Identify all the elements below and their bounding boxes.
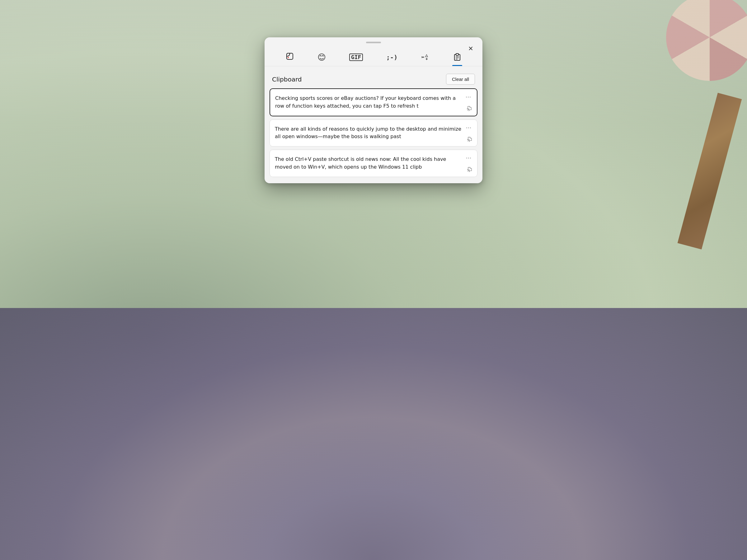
stickers-icon <box>285 52 294 62</box>
tab-stickers[interactable] <box>280 50 299 66</box>
symbols-icon: ✂ △ + <box>421 52 430 62</box>
clipboard-item-3-actions: ··· <box>465 154 473 175</box>
tab-gif[interactable]: GIF <box>344 51 368 65</box>
svg-rect-5 <box>456 54 459 55</box>
clipboard-panel: ✕ 😊 GIF <box>264 37 483 183</box>
corner-decoration <box>654 0 747 93</box>
clipboard-item-1-text: Checking sports scores or eBay auctions?… <box>275 95 472 110</box>
clipboard-item-1-pin-button[interactable] <box>463 104 474 115</box>
tab-symbols[interactable]: ✂ △ + <box>416 50 435 66</box>
tab-emoji[interactable]: 😊 <box>312 51 331 65</box>
clipboard-panel-overlay: ✕ 😊 GIF <box>264 37 483 183</box>
clipboard-item-3[interactable]: The old Ctrl+V paste shortcut is old new… <box>269 150 478 177</box>
close-icon: ✕ <box>468 45 473 52</box>
gif-icon: GIF <box>349 54 363 61</box>
drag-handle[interactable] <box>264 37 483 46</box>
svg-text:✂: ✂ <box>421 55 424 59</box>
section-title: Clipboard <box>272 76 302 83</box>
clipboard-item-3-text: The old Ctrl+V paste shortcut is old new… <box>275 156 472 171</box>
clipboard-item-1-actions: ··· <box>464 93 472 113</box>
kaomoji-icon: ;-) <box>386 54 397 60</box>
section-header: Clipboard Clear all <box>264 69 483 88</box>
clipboard-item-2-more-button[interactable]: ··· <box>465 124 473 131</box>
clipboard-item-2-pin-button[interactable] <box>463 135 474 145</box>
clipboard-item-2[interactable]: There are all kinds of reasons to quickl… <box>269 119 478 147</box>
clipboard-item-2-text: There are all kinds of reasons to quickl… <box>275 125 472 141</box>
clipboard-item-3-pin-button[interactable] <box>463 165 474 176</box>
clipboard-icon <box>453 52 462 62</box>
tab-bar: 😊 GIF ;-) ✂ △ + <box>264 46 483 66</box>
clipboard-item-1[interactable]: Checking sports scores or eBay auctions?… <box>269 88 478 116</box>
tab-kaomoji[interactable]: ;-) <box>381 52 403 64</box>
clipboard-items-container: Checking sports scores or eBay auctions?… <box>264 88 483 177</box>
drag-handle-bar <box>366 42 381 43</box>
clear-all-button[interactable]: Clear all <box>446 74 475 85</box>
tab-clipboard[interactable] <box>448 50 467 66</box>
emoji-icon: 😊 <box>317 53 326 61</box>
clipboard-item-2-actions: ··· <box>465 124 473 144</box>
clipboard-item-3-more-button[interactable]: ··· <box>465 154 473 161</box>
clipboard-item-1-more-button[interactable]: ··· <box>464 93 472 100</box>
close-button[interactable]: ✕ <box>465 43 476 54</box>
svg-text:+: + <box>426 57 428 61</box>
